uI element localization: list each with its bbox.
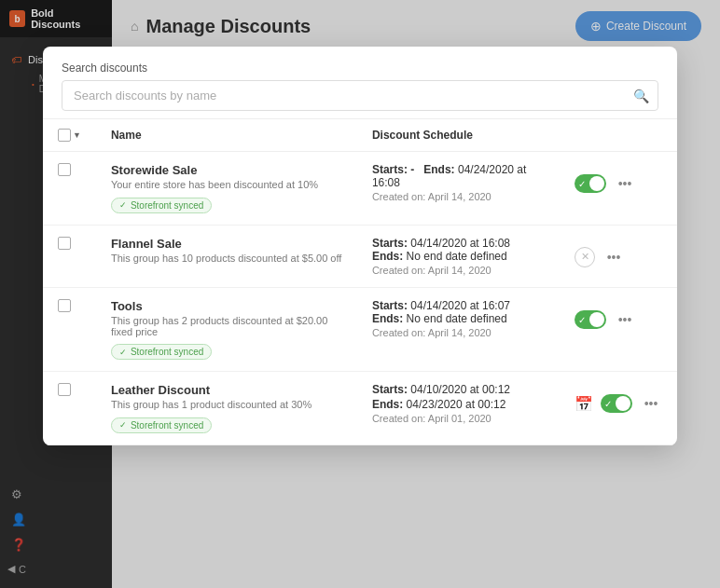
discount-table: ▼ Name Discount Schedule: [43, 118, 677, 445]
discount-table-body: Storewide Sale Your entire store has bee…: [43, 152, 677, 445]
row-checkbox-cell: [43, 152, 96, 226]
check-icon: ✓: [578, 314, 586, 324]
th-name: Name: [96, 119, 357, 152]
created-text: Created on: April 14, 2020: [372, 191, 545, 202]
table-row: Tools This group has 2 products discount…: [43, 287, 677, 372]
discount-desc: Your entire store has been discounted at…: [111, 179, 342, 190]
table-header: ▼ Name Discount Schedule: [43, 119, 677, 152]
synced-label: Storefront synced: [131, 347, 203, 357]
th-checkbox: ▼: [43, 119, 96, 152]
schedule-start: Starts: 04/14/2020 at 16:07 Ends: No end…: [372, 299, 545, 325]
sync-icon: ✓: [119, 420, 127, 430]
row-2-toggle-off[interactable]: ✕: [575, 247, 595, 267]
discount-name: Flannel Sale: [111, 237, 342, 251]
synced-label: Storefront synced: [131, 420, 203, 431]
calendar-icon: 📅: [575, 395, 593, 413]
row-3-checkbox[interactable]: [58, 299, 71, 312]
row-2-name-cell: Flannel Sale This group has 10 products …: [96, 225, 357, 287]
created-text: Created on: April 01, 2020: [372, 413, 545, 424]
synced-badge: ✓ Storefront synced: [111, 344, 212, 360]
row-checkbox-cell: [43, 225, 96, 287]
row-3-more-button[interactable]: •••: [614, 308, 636, 331]
toggle-thumb: [589, 176, 604, 191]
row-3-actions: ✓ •••: [560, 287, 677, 372]
toggle-thumb: [616, 396, 630, 411]
synced-badge: ✓ Storefront synced: [111, 417, 212, 433]
search-button[interactable]: 🔍: [633, 89, 649, 103]
ellipsis-icon: •••: [644, 396, 658, 411]
ellipsis-icon: •••: [618, 176, 632, 191]
discount-name: Tools: [111, 299, 342, 313]
discount-desc: This group has 1 product discounted at 3…: [111, 399, 342, 410]
created-text: Created on: April 14, 2020: [372, 327, 545, 338]
discount-desc: This group has 10 products discounted at…: [111, 253, 342, 264]
toggle-track: ✓: [575, 174, 606, 193]
row-3-name-cell: Tools This group has 2 products discount…: [96, 287, 357, 372]
row-4-more-button[interactable]: •••: [640, 392, 662, 415]
toggle-thumb: [589, 312, 604, 327]
modal: Search discounts 🔍: [43, 47, 677, 445]
discount-name: Leather Discount: [111, 383, 342, 397]
sync-icon: ✓: [119, 200, 127, 210]
x-icon: ✕: [581, 251, 589, 263]
row-2-schedule-cell: Starts: 04/14/2020 at 16:08 Ends: No end…: [357, 225, 560, 287]
row-1-schedule-cell: Starts: - Ends: 04/24/2020 at 16:08 Crea…: [357, 152, 560, 226]
select-all-checkbox[interactable]: [58, 129, 71, 142]
row-checkbox-cell: [43, 287, 96, 372]
discount-name: Storewide Sale: [111, 163, 342, 177]
check-icon: ✓: [578, 179, 586, 189]
row-4-toggle[interactable]: ✓: [601, 394, 632, 413]
toggle-track: ✓: [601, 394, 632, 413]
schedule-end: Ends: 04/23/2020 at 00:12: [372, 398, 545, 411]
row-2-more-button[interactable]: •••: [602, 246, 625, 268]
search-section: Search discounts 🔍: [43, 47, 677, 118]
row-4-checkbox[interactable]: [58, 383, 71, 396]
schedule-start: Starts: - Ends: 04/24/2020 at 16:08: [372, 163, 545, 189]
schedule-start: Starts: 04/14/2020 at 16:08 Ends: No end…: [372, 237, 545, 263]
row-3-schedule-cell: Starts: 04/14/2020 at 16:07 Ends: No end…: [357, 287, 560, 372]
row-checkbox-cell: [43, 372, 96, 445]
row-1-name-cell: Storewide Sale Your entire store has bee…: [96, 152, 357, 226]
check-icon: ✓: [604, 399, 612, 409]
ellipsis-icon: •••: [618, 312, 632, 327]
row-2-checkbox[interactable]: [58, 237, 71, 250]
synced-label: Storefront synced: [131, 200, 203, 211]
discount-desc: This group has 2 products discounted at …: [111, 315, 342, 337]
search-input[interactable]: [62, 80, 658, 111]
search-icon: 🔍: [633, 89, 649, 103]
row-2-actions: ✕ •••: [560, 225, 677, 287]
search-label: Search discounts: [62, 62, 658, 75]
row-4-schedule-cell: Starts: 04/10/2020 at 00:12 Ends: 04/23/…: [357, 372, 560, 445]
search-input-wrap: 🔍: [62, 80, 658, 111]
toggle-track: ✓: [575, 310, 606, 329]
modal-overlay: Search discounts 🔍: [0, 0, 720, 588]
schedule-start: Starts: 04/10/2020 at 00:12: [372, 383, 545, 396]
row-3-toggle[interactable]: ✓: [575, 310, 606, 329]
row-1-actions: ✓ •••: [560, 152, 677, 226]
sync-icon: ✓: [119, 348, 127, 357]
main-content: ⌂ Manage Discounts ⊕ Create Discount Sea…: [112, 0, 720, 588]
table-row: Storewide Sale Your entire store has bee…: [43, 152, 677, 226]
row-1-more-button[interactable]: •••: [614, 172, 636, 195]
ellipsis-icon: •••: [607, 250, 621, 265]
row-1-toggle[interactable]: ✓: [575, 174, 606, 193]
row-4-actions: 📅 ✓ •••: [560, 372, 677, 445]
table-row: Flannel Sale This group has 10 products …: [43, 225, 677, 287]
th-schedule: Discount Schedule: [357, 119, 560, 152]
table-row: Leather Discount This group has 1 produc…: [43, 372, 677, 445]
row-4-name-cell: Leather Discount This group has 1 produc…: [96, 372, 357, 445]
chevron-down-icon[interactable]: ▼: [73, 130, 81, 140]
synced-badge: ✓ Storefront synced: [111, 198, 212, 213]
created-text: Created on: April 14, 2020: [372, 265, 545, 276]
row-1-checkbox[interactable]: [58, 163, 71, 176]
